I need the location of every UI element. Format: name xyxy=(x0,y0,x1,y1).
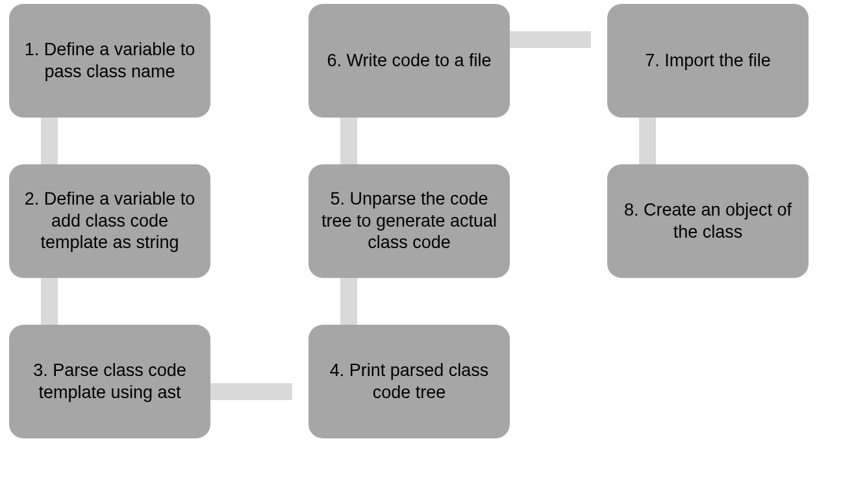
connector-1-2 xyxy=(41,116,58,171)
step-8: 8. Create an object of the class xyxy=(607,164,809,278)
connector-7-8 xyxy=(639,116,656,171)
step-1: 1. Define a variable to pass class name xyxy=(9,4,210,118)
connector-2-3 xyxy=(41,276,58,332)
step-4-label: 4. Print parsed class code tree xyxy=(320,360,498,404)
step-7-label: 7. Import the file xyxy=(645,50,771,72)
step-7: 7. Import the file xyxy=(607,4,809,118)
step-6: 6. Write code to a file xyxy=(308,4,510,118)
step-2-label: 2. Define a variable to add class code t… xyxy=(21,188,199,254)
step-5-label: 5. Unparse the code tree to generate act… xyxy=(320,188,498,254)
connector-4-5 xyxy=(340,276,357,332)
step-5: 5. Unparse the code tree to generate act… xyxy=(308,164,510,278)
connector-3-4 xyxy=(208,383,292,400)
step-8-label: 8. Create an object of the class xyxy=(619,199,797,244)
step-3-label: 3. Parse class code template using ast xyxy=(21,360,199,404)
step-4: 4. Print parsed class code tree xyxy=(308,325,510,438)
step-3: 3. Parse class code template using ast xyxy=(9,325,210,438)
connector-6-7 xyxy=(507,31,591,48)
step-1-label: 1. Define a variable to pass class name xyxy=(21,39,199,83)
step-6-label: 6. Write code to a file xyxy=(327,50,491,72)
step-2: 2. Define a variable to add class code t… xyxy=(9,164,210,278)
connector-5-6 xyxy=(340,116,357,171)
